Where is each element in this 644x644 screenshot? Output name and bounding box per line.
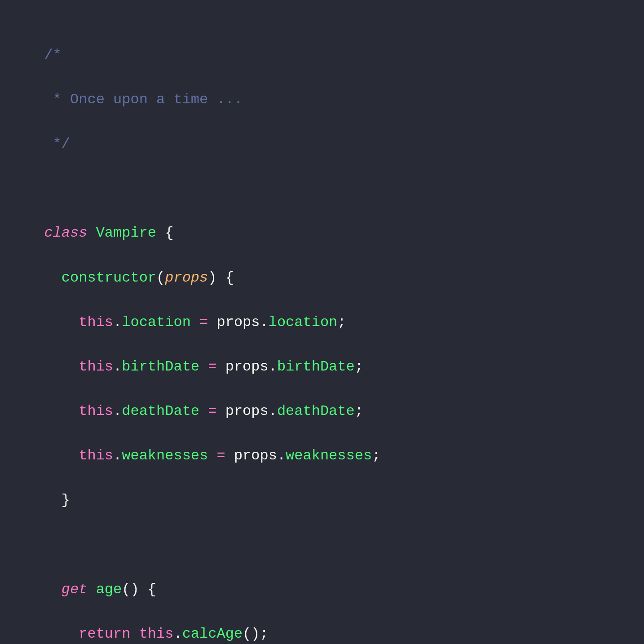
props-weaknesses: weaknesses <box>286 447 372 464</box>
this-1: this <box>79 314 113 331</box>
this-3: this <box>79 403 113 419</box>
prop-location: location <box>122 314 191 331</box>
constructor-keyword: constructor <box>62 269 156 286</box>
comment-close: */ <box>44 136 70 152</box>
return-1: return <box>79 626 130 642</box>
class-keyword: class <box>44 225 87 241</box>
prop-birthdate: birthDate <box>122 358 199 375</box>
props-birthdate: birthDate <box>277 358 355 375</box>
class-name-vampire: Vampire <box>96 225 156 241</box>
prop-deathdate: deathDate <box>122 403 199 419</box>
param-props: props <box>165 269 208 286</box>
calcAge-call: calcAge <box>182 626 243 642</box>
props-location: location <box>269 314 338 331</box>
prop-weaknesses: weaknesses <box>122 447 208 464</box>
this-5: this <box>139 626 174 642</box>
code-editor: /* * Once upon a time ... */ class Vampi… <box>0 0 644 644</box>
this-4: this <box>79 447 113 464</box>
this-2: this <box>79 358 113 375</box>
get-keyword: get <box>62 581 88 598</box>
age-method: age <box>96 581 122 598</box>
comment-star: * Once upon a time ... <box>44 91 243 108</box>
props-deathdate: deathDate <box>277 403 355 419</box>
comment-open: /* <box>44 47 61 63</box>
